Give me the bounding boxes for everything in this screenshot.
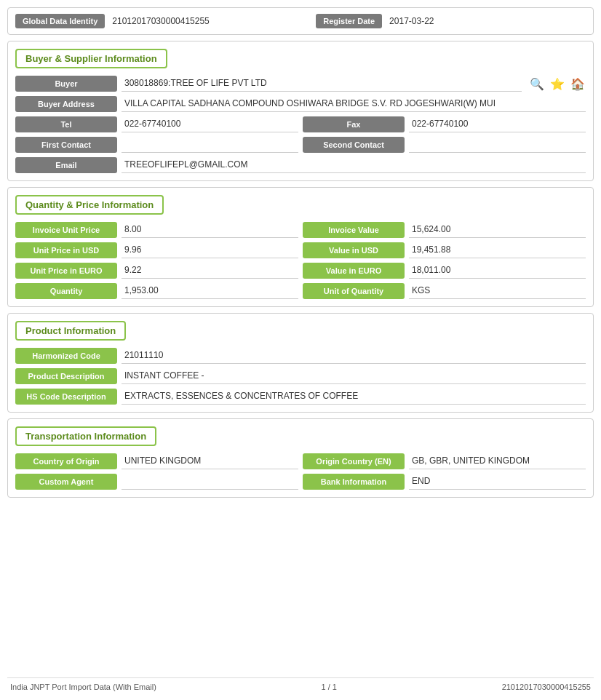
register-date-label: Register Date xyxy=(316,14,382,28)
home-icon[interactable]: 🏠 xyxy=(570,76,586,92)
harmonized-code-value: 21011110 xyxy=(122,348,586,364)
first-contact-label: First Contact xyxy=(15,137,117,153)
hs-code-description-row: HS Code Description EXTRACTS, ESSENCES &… xyxy=(15,389,586,405)
origin-country-en-value: GB, GBR, UNITED KINGDOM xyxy=(409,453,586,469)
unit-price-usd-label: Unit Price in USD xyxy=(15,242,117,258)
invoice-price-row: Invoice Unit Price 8.00 Invoice Value 15… xyxy=(15,222,586,238)
usd-row: Unit Price in USD 9.96 Value in USD 19,4… xyxy=(15,242,586,258)
invoice-unit-price-label: Invoice Unit Price xyxy=(15,222,117,238)
custom-agent-label: Custom Agent xyxy=(15,474,117,490)
second-contact-label: Second Contact xyxy=(303,137,405,153)
email-row: Email TREEOFLIFEPL@GMAIL.COM xyxy=(15,157,586,173)
footer-right: 21012017030000415255 xyxy=(502,683,591,691)
fax-value: 022-67740100 xyxy=(409,116,586,132)
tel-value: 022-67740100 xyxy=(122,116,298,132)
buyer-address-value: VILLA CAPITAL SADHANA COMPOUND OSHIWARA … xyxy=(122,96,586,112)
value-euro-label: Value in EURO xyxy=(303,263,405,279)
tel-fax-row: Tel 022-67740100 Fax 022-67740100 xyxy=(15,116,586,132)
invoice-unit-price-value: 8.00 xyxy=(122,222,298,238)
search-icon[interactable]: 🔍 xyxy=(529,76,545,92)
buyer-value: 308018869:TREE OF LIFE PVT LTD xyxy=(122,76,522,92)
harmonized-code-label: Harmonized Code xyxy=(15,348,117,364)
quantity-label: Quantity xyxy=(15,283,117,299)
buyer-icons: 🔍 ⭐ 🏠 xyxy=(529,76,586,92)
product-description-label: Product Description xyxy=(15,368,117,384)
buyer-supplier-section: Buyer & Supplier Information Buyer 30801… xyxy=(7,41,594,181)
hs-code-description-value: EXTRACTS, ESSENCES & CONCENTRATES OF COF… xyxy=(122,389,586,405)
first-contact-value xyxy=(122,137,298,153)
unit-price-euro-label: Unit Price in EURO xyxy=(15,263,117,279)
quantity-section: Quantity & Price Information Invoice Uni… xyxy=(7,187,594,307)
email-value: TREEOFLIFEPL@GMAIL.COM xyxy=(122,157,586,173)
value-euro-value: 18,011.00 xyxy=(409,263,586,279)
invoice-value-label: Invoice Value xyxy=(303,222,405,238)
buyer-row: Buyer 308018869:TREE OF LIFE PVT LTD 🔍 ⭐… xyxy=(15,76,586,92)
unit-of-quantity-value: KGS xyxy=(409,283,586,299)
register-date-value: 2017-03-22 xyxy=(389,16,586,26)
quantity-value: 1,953.00 xyxy=(122,283,298,299)
quantity-title: Quantity & Price Information xyxy=(15,195,164,215)
second-contact-value xyxy=(409,137,586,153)
quantity-row: Quantity 1,953.00 Unit of Quantity KGS xyxy=(15,283,586,299)
product-section: Product Information Harmonized Code 2101… xyxy=(7,313,594,413)
star-icon[interactable]: ⭐ xyxy=(549,76,565,92)
harmonized-code-row: Harmonized Code 21011110 xyxy=(15,348,586,364)
country-of-origin-label: Country of Origin xyxy=(15,453,117,469)
tel-label: Tel xyxy=(15,116,117,132)
unit-price-usd-value: 9.96 xyxy=(122,242,298,258)
product-description-row: Product Description INSTANT COFFEE - xyxy=(15,368,586,384)
country-origin-row: Country of Origin UNITED KINGDOM Origin … xyxy=(15,453,586,469)
hs-code-description-label: HS Code Description xyxy=(15,389,117,405)
bank-information-label: Bank Information xyxy=(303,474,405,490)
buyer-address-row: Buyer Address VILLA CAPITAL SADHANA COMP… xyxy=(15,96,586,112)
euro-row: Unit Price in EURO 9.22 Value in EURO 18… xyxy=(15,263,586,279)
invoice-value-value: 15,624.00 xyxy=(409,222,586,238)
unit-price-euro-value: 9.22 xyxy=(122,263,298,279)
bank-information-value: END xyxy=(409,474,586,490)
global-data-identity-value: 21012017030000415255 xyxy=(112,16,309,26)
footer-center: 1 / 1 xyxy=(322,683,337,691)
footer: India JNPT Port Import Data (With Email)… xyxy=(7,677,594,693)
custom-agent-value xyxy=(122,474,298,490)
buyer-address-label: Buyer Address xyxy=(15,96,117,112)
fax-label: Fax xyxy=(303,116,405,132)
value-usd-value: 19,451.88 xyxy=(409,242,586,258)
product-title: Product Information xyxy=(15,321,126,341)
value-usd-label: Value in USD xyxy=(303,242,405,258)
footer-left: India JNPT Port Import Data (With Email) xyxy=(10,683,156,691)
transportation-title: Transportation Information xyxy=(15,426,156,446)
email-label: Email xyxy=(15,157,117,173)
top-bar: Global Data Identity 2101201703000041525… xyxy=(7,7,594,35)
unit-of-quantity-label: Unit of Quantity xyxy=(303,283,405,299)
product-description-value: INSTANT COFFEE - xyxy=(122,368,586,384)
origin-country-en-label: Origin Country (EN) xyxy=(303,453,405,469)
transportation-section: Transportation Information Country of Or… xyxy=(7,418,594,498)
buyer-label: Buyer xyxy=(15,76,117,92)
global-data-identity-label: Global Data Identity xyxy=(15,14,105,28)
custom-agent-row: Custom Agent Bank Information END xyxy=(15,474,586,490)
contact-row: First Contact Second Contact xyxy=(15,137,586,153)
country-of-origin-value: UNITED KINGDOM xyxy=(122,453,298,469)
buyer-supplier-title: Buyer & Supplier Information xyxy=(15,49,167,68)
